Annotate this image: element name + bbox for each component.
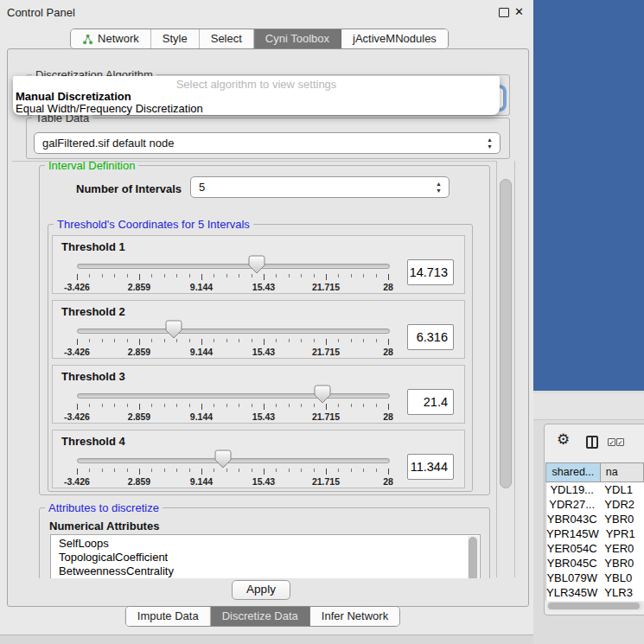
tab-discretize-data[interactable]: Discretize Data <box>211 607 310 626</box>
tick-mark <box>289 404 290 407</box>
cell-shared-name: YIL052C <box>546 600 597 601</box>
tick-mark <box>102 274 103 277</box>
tick-mark <box>77 274 78 280</box>
slider-track[interactable] <box>77 328 390 334</box>
tick-mark <box>201 274 202 280</box>
table-hscrollbar-thumb[interactable] <box>548 603 640 609</box>
tick-label: 21.715 <box>300 282 352 292</box>
tick-mark <box>314 404 315 407</box>
tick-mark <box>264 339 265 345</box>
tick-mark <box>252 404 252 407</box>
tick-label: -3.426 <box>51 476 103 487</box>
tick-mark <box>326 469 327 475</box>
number-of-intervals-value: 5 <box>199 181 205 194</box>
tick-mark <box>127 469 128 472</box>
slider-thumb[interactable] <box>165 320 182 339</box>
column-split-icon[interactable] <box>586 436 598 449</box>
threshold-value-field[interactable]: 14.713 <box>407 259 454 285</box>
tick-mark <box>376 469 377 472</box>
close-icon[interactable]: ✕ <box>514 5 524 18</box>
tick-mark <box>376 404 377 407</box>
tick-mark <box>176 469 177 472</box>
tab-infer-network[interactable]: Infer Network <box>310 607 399 626</box>
threshold-label: Threshold 4 <box>61 435 125 448</box>
tick-label: 9.144 <box>175 476 227 487</box>
threshold-value-field[interactable]: 6.316 <box>407 324 454 350</box>
tick-mark <box>363 274 364 277</box>
tick-mark <box>214 339 214 342</box>
slider-thumb[interactable] <box>214 450 232 469</box>
tab-select[interactable]: Select <box>200 29 254 48</box>
column-header-name[interactable]: na <box>601 462 644 482</box>
tick-mark <box>226 274 227 277</box>
cell-shared-name: YBR045C <box>546 556 597 571</box>
column-header-shared-name[interactable]: shared... <box>545 462 601 482</box>
float-window-icon[interactable] <box>499 8 509 17</box>
thresholds-group: Threshold's Coordinates for 5 Intervals … <box>48 224 473 492</box>
tick-mark <box>239 339 239 342</box>
tick-mark <box>176 274 177 277</box>
tick-mark <box>189 339 190 342</box>
table-row[interactable]: YBL079WYBL0 <box>546 571 644 585</box>
table-row[interactable]: YDR27...YDR2 <box>546 497 644 512</box>
panel-scrollbar-thumb[interactable] <box>500 179 512 488</box>
tab-style[interactable]: Style <box>151 29 200 48</box>
tab-label: Select <box>211 29 242 48</box>
table-row[interactable]: YDL19...YDL1 <box>546 482 644 497</box>
checkbox-icon[interactable]: ✓ <box>608 438 615 446</box>
gear-icon[interactable]: ⚙ <box>557 432 570 447</box>
tick-mark <box>127 339 128 342</box>
table-row[interactable]: YLR345WYLR3 <box>546 585 644 600</box>
attribute-list-item[interactable]: TopologicalCoefficient <box>51 551 480 564</box>
slider-track[interactable] <box>77 458 390 463</box>
tick-mark <box>252 469 252 472</box>
table-row[interactable]: YBR043CYBR0 <box>546 512 644 526</box>
table-row[interactable]: YER054CYER0 <box>546 541 644 556</box>
tick-mark <box>77 339 78 345</box>
table-row[interactable]: YPR145WYPR1 <box>546 526 644 541</box>
attribute-list-item[interactable]: SelfLoops <box>51 537 480 551</box>
apply-button[interactable]: Apply <box>232 580 290 600</box>
tick-mark <box>388 339 389 345</box>
top-tab-bar: NetworkStyleSelectCyni ToolboxjActiveMNo… <box>70 29 449 49</box>
tick-mark <box>201 339 202 345</box>
table-hscrollbar[interactable] <box>546 602 643 610</box>
tick-mark <box>102 339 103 342</box>
threshold-value-field[interactable]: 21.4 <box>407 389 454 415</box>
threshold-value-field[interactable]: 11.344 <box>407 454 454 480</box>
tab-cyni-toolbox[interactable]: Cyni Toolbox <box>254 29 341 48</box>
tick-mark <box>388 404 389 410</box>
table-row[interactable]: YBR045CYBR0 <box>546 556 644 571</box>
tick-label: 9.144 <box>175 411 227 422</box>
tick-mark <box>164 469 165 472</box>
tab-jactivemnodules[interactable]: jActiveMNodules <box>341 29 448 48</box>
tick-label: 2.859 <box>113 347 165 357</box>
attributes-scrollbar[interactable] <box>468 536 479 578</box>
attributes-scrollbar-thumb[interactable] <box>469 537 477 578</box>
tick-mark <box>189 469 190 472</box>
table-row[interactable]: YIL052CYIL0 <box>546 600 644 601</box>
attribute-list-item[interactable]: BetweennessCentrality <box>51 564 480 578</box>
tick-mark <box>164 339 165 342</box>
slider-thumb[interactable] <box>248 255 265 274</box>
tick-label: 21.715 <box>300 476 352 487</box>
interval-definition-title: Interval Definition <box>45 161 138 172</box>
checkbox-icon[interactable]: ✓ <box>616 438 624 446</box>
tick-mark <box>189 274 190 277</box>
table-body: YDL19...YDL1YDR27...YDR2YBR043CYBR0YPR14… <box>545 482 644 601</box>
tab-network[interactable]: Network <box>71 29 151 48</box>
slider-track[interactable] <box>77 393 390 399</box>
cell-name: YLR3 <box>597 585 644 600</box>
cell-shared-name: YDL19... <box>546 482 597 497</box>
slider-track[interactable] <box>77 264 390 269</box>
slider-thumb[interactable] <box>314 385 331 404</box>
number-of-intervals-combobox[interactable]: 5 ▲▼ <box>190 176 450 198</box>
algorithm-option-manual-discretization[interactable]: Manual Discretization <box>13 91 500 103</box>
tick-mark <box>239 274 239 277</box>
tick-mark <box>351 469 352 472</box>
tick-mark <box>314 339 315 342</box>
panel-scrollbar[interactable] <box>496 161 515 577</box>
table-data-combobox[interactable]: galFiltered.sif default node ▲▼ <box>34 132 501 154</box>
algorithm-option-equal-width-frequency-discretization[interactable]: Equal Width/Frequency Discretization <box>13 103 500 115</box>
tab-impute-data[interactable]: Impute Data <box>126 607 211 626</box>
